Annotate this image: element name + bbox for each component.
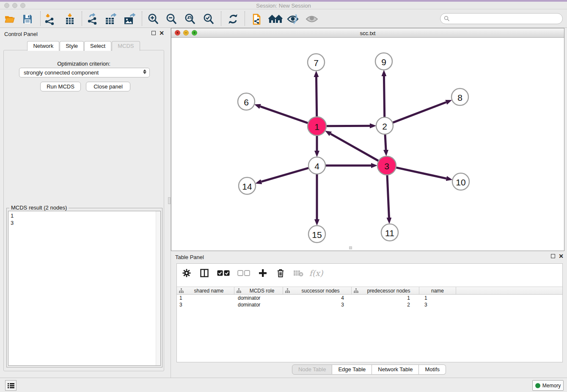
open-session-button[interactable] bbox=[3, 13, 16, 25]
graph-node-2[interactable]: 2 bbox=[376, 117, 393, 134]
toolbar-separator bbox=[40, 11, 41, 26]
show-column-panel-button[interactable] bbox=[199, 268, 210, 279]
graph-node-15[interactable]: 15 bbox=[308, 226, 325, 243]
memory-button[interactable]: Memory bbox=[532, 380, 564, 391]
criterion-dropdown[interactable]: strongly connected component bbox=[19, 68, 150, 77]
export-image-button[interactable] bbox=[123, 13, 136, 25]
table-cell[interactable]: 1 bbox=[177, 295, 234, 301]
select-all-columns-button[interactable] bbox=[217, 268, 230, 279]
result-scrollbar[interactable] bbox=[156, 211, 160, 365]
column-header-shared-name[interactable]: shared name bbox=[177, 287, 234, 294]
run-mcds-button[interactable]: Run MCDS bbox=[40, 82, 81, 91]
column-header-name[interactable]: name bbox=[419, 287, 456, 294]
graph-edge-3-10[interactable] bbox=[396, 168, 446, 179]
graph-edge-4-14[interactable] bbox=[261, 168, 309, 182]
main-toolbar bbox=[0, 9, 567, 28]
graph-edge-1-2[interactable] bbox=[326, 126, 370, 126]
table-tab-edge-table[interactable]: Edge Table bbox=[332, 364, 372, 375]
graph-node-1[interactable]: 1 bbox=[308, 117, 326, 135]
unselect-all-columns-button[interactable] bbox=[237, 268, 250, 279]
float-panel-icon[interactable] bbox=[551, 254, 555, 258]
import-table-button[interactable] bbox=[63, 13, 76, 25]
graph-node-label: 1 bbox=[314, 122, 319, 132]
refresh-view-button[interactable] bbox=[227, 13, 239, 25]
column-header-successor-nodes[interactable]: successor nodes bbox=[283, 287, 352, 294]
create-column-button[interactable] bbox=[257, 268, 268, 279]
panel-splitter[interactable] bbox=[168, 28, 171, 378]
graph-node-4[interactable]: 4 bbox=[308, 157, 325, 174]
close-panel-icon[interactable]: ✕ bbox=[559, 254, 564, 259]
graph-edge-2-3[interactable] bbox=[385, 134, 386, 150]
table-cell[interactable]: 3 bbox=[177, 301, 234, 308]
graph-node-3[interactable]: 3 bbox=[377, 156, 396, 175]
column-header-predecessor-nodes[interactable]: predecessor nodes bbox=[352, 287, 419, 294]
table-cell[interactable]: 1 bbox=[419, 295, 456, 301]
mcds-result-list[interactable]: 13 bbox=[8, 211, 161, 366]
column-type-icon bbox=[354, 288, 358, 293]
open-folder-icon bbox=[4, 14, 15, 24]
new-network-from-selection-button[interactable] bbox=[250, 13, 262, 25]
column-header-MCDS-role[interactable]: MCDS role bbox=[234, 287, 283, 294]
first-neighbors-button[interactable] bbox=[268, 13, 283, 25]
graph-node-11[interactable]: 11 bbox=[381, 224, 398, 241]
zoom-out-button[interactable] bbox=[165, 13, 178, 25]
table-cell[interactable]: 3 bbox=[419, 301, 456, 308]
canvas-resize-handle[interactable] bbox=[349, 246, 352, 249]
graph-node-9[interactable]: 9 bbox=[375, 53, 392, 70]
table-tab-motifs[interactable]: Motifs bbox=[419, 364, 446, 375]
table-cell[interactable]: 1 bbox=[352, 295, 419, 301]
close-panel-button[interactable]: Close panel bbox=[86, 82, 130, 91]
save-session-button[interactable] bbox=[21, 13, 34, 25]
table-row[interactable]: 1dominator411 bbox=[177, 295, 562, 301]
graph-node-14[interactable]: 14 bbox=[239, 177, 256, 194]
export-table-button[interactable] bbox=[105, 13, 117, 25]
network-graph-canvas[interactable]: 7968124314101511 bbox=[171, 38, 564, 251]
graph-edge-2-8[interactable] bbox=[393, 102, 446, 122]
zoom-fit-button[interactable] bbox=[184, 13, 196, 25]
graph-node-8[interactable]: 8 bbox=[451, 88, 468, 105]
memory-status-icon bbox=[535, 383, 540, 388]
delete-column-button[interactable] bbox=[275, 268, 286, 279]
search-input[interactable] bbox=[450, 16, 562, 22]
toolbar-separator bbox=[245, 11, 245, 26]
column-type-icon bbox=[285, 288, 290, 293]
import-table-icon bbox=[64, 13, 76, 25]
export-table-icon bbox=[105, 13, 117, 25]
control-tab-mcds[interactable]: MCDS bbox=[112, 41, 140, 51]
table-cell[interactable]: 2 bbox=[352, 301, 419, 308]
table-panel-tabs: Node TableEdge TableNetwork TableMotifs bbox=[171, 364, 567, 375]
table-tab-network-table[interactable]: Network Table bbox=[372, 364, 419, 375]
graph-edge-2-9[interactable] bbox=[384, 76, 384, 117]
control-tab-style[interactable]: Style bbox=[60, 41, 84, 51]
table-cell[interactable]: dominator bbox=[234, 295, 283, 301]
show-all-button[interactable] bbox=[306, 13, 318, 25]
table-cell[interactable]: 4 bbox=[283, 295, 352, 301]
graph-edge-1-7[interactable] bbox=[316, 77, 317, 117]
graph-node-10[interactable]: 10 bbox=[452, 173, 469, 190]
table-settings-button[interactable] bbox=[181, 268, 192, 279]
control-tab-select[interactable]: Select bbox=[84, 41, 111, 51]
graph-node-7[interactable]: 7 bbox=[308, 54, 325, 71]
graph-edge-1-6[interactable] bbox=[260, 106, 308, 123]
zoom-selected-button[interactable] bbox=[202, 13, 215, 25]
list-icon bbox=[8, 383, 14, 389]
hide-selected-button[interactable] bbox=[287, 13, 300, 25]
graph-node-6[interactable]: 6 bbox=[238, 93, 255, 110]
import-network-button[interactable] bbox=[43, 13, 56, 25]
export-network-button[interactable] bbox=[86, 13, 99, 25]
table-cell[interactable]: 3 bbox=[283, 301, 352, 308]
splitter-grip[interactable] bbox=[168, 197, 171, 204]
table-tab-node-table[interactable]: Node Table bbox=[292, 364, 333, 375]
zoom-in-button[interactable] bbox=[147, 13, 160, 25]
search-field[interactable] bbox=[440, 13, 563, 24]
graph-edge-3-11[interactable] bbox=[387, 175, 389, 218]
table-row[interactable]: 3dominator323 bbox=[177, 301, 562, 308]
control-tab-network[interactable]: Network bbox=[27, 41, 59, 51]
float-panel-icon[interactable] bbox=[151, 31, 156, 35]
table-cell[interactable]: dominator bbox=[234, 301, 283, 308]
close-panel-icon[interactable]: ✕ bbox=[159, 30, 164, 36]
unchecked-boxes-icon bbox=[237, 270, 250, 276]
graph-edge-3-1[interactable] bbox=[330, 134, 379, 161]
show-task-history-button[interactable] bbox=[5, 380, 17, 391]
network-window-titlebar[interactable]: × − + scc.txt bbox=[171, 28, 564, 38]
